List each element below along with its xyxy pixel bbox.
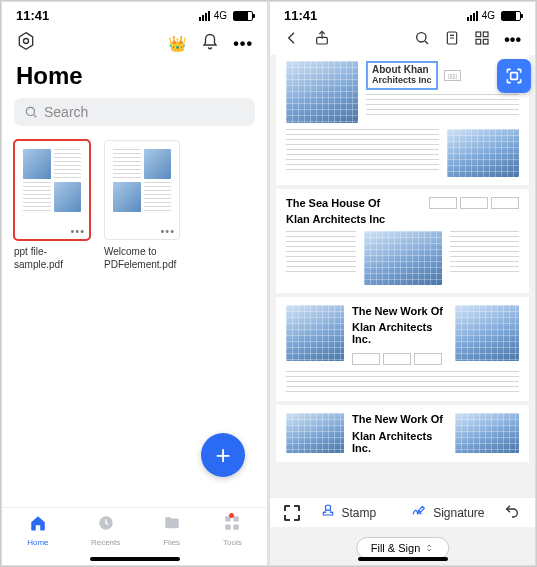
file-label: Welcome to PDFelement.pdf xyxy=(104,246,180,271)
svg-rect-17 xyxy=(511,73,518,80)
home-indicator xyxy=(90,557,180,561)
bottom-toolbar: Stamp Signature xyxy=(270,497,535,527)
pdf-page: The Sea House Of Klan Architects Inc xyxy=(276,189,529,293)
stamp-button[interactable]: Stamp xyxy=(320,503,376,522)
notification-dot xyxy=(229,513,234,518)
section-title: The New Work Of xyxy=(352,413,447,425)
file-item[interactable]: ••• Welcome to PDFelement.pdf xyxy=(104,140,180,271)
home-icon xyxy=(29,514,47,536)
section-title: Klan Architects Inc. xyxy=(352,430,447,454)
file-grid: ••• ppt file-sample.pdf ••• Welcome to P… xyxy=(2,126,267,285)
search-placeholder: Search xyxy=(44,104,88,120)
search-icon[interactable] xyxy=(414,30,430,50)
tab-label: Tools xyxy=(223,538,242,547)
back-icon[interactable] xyxy=(284,30,300,50)
more-icon[interactable]: ••• xyxy=(233,35,253,53)
home-indicator xyxy=(358,557,448,561)
crown-icon[interactable]: 👑 xyxy=(168,35,187,53)
svg-line-11 xyxy=(425,41,428,44)
pdf-page: About Khan Architects Inc ▯▯▯ xyxy=(276,55,529,185)
status-right: 4G xyxy=(199,10,253,21)
tab-home[interactable]: Home xyxy=(27,514,48,547)
folder-icon xyxy=(163,514,181,536)
signature-label: Signature xyxy=(433,506,484,520)
search-icon xyxy=(24,105,38,119)
pdf-page: The New Work Of Klan Architects Inc. xyxy=(276,297,529,401)
file-thumbnail[interactable]: ••• xyxy=(104,140,180,240)
signature-icon xyxy=(410,503,428,522)
svg-point-18 xyxy=(326,505,331,510)
svg-line-3 xyxy=(34,115,37,118)
tab-files[interactable]: Files xyxy=(163,514,181,547)
svg-point-1 xyxy=(24,39,29,44)
stamp-label: Stamp xyxy=(341,506,376,520)
status-time: 11:41 xyxy=(284,8,317,23)
about-title: About Khan xyxy=(372,64,429,75)
status-bar: 11:41 4G xyxy=(270,2,535,27)
phone-right: 11:41 4G ••• xyxy=(269,1,536,566)
svg-marker-0 xyxy=(19,33,32,50)
file-thumbnail[interactable]: ••• xyxy=(14,140,90,240)
file-menu-icon[interactable]: ••• xyxy=(70,225,85,237)
crop-icon[interactable] xyxy=(284,505,300,521)
section-title: Klan Architects Inc. xyxy=(352,321,447,345)
battery-icon xyxy=(501,11,521,21)
section-title: Klan Architects Inc xyxy=(286,213,421,225)
status-bar: 11:41 4G xyxy=(2,2,267,27)
tab-label: Recents xyxy=(91,538,120,547)
viewer-toolbar: ••• xyxy=(270,27,535,55)
fill-sign-button[interactable]: Fill & Sign xyxy=(356,537,450,559)
svg-rect-7 xyxy=(226,525,231,530)
more-icon[interactable]: ••• xyxy=(504,31,521,49)
signal-icon xyxy=(467,11,478,21)
undo-icon[interactable] xyxy=(503,503,521,523)
file-menu-icon[interactable]: ••• xyxy=(160,225,175,237)
tab-recents[interactable]: Recents xyxy=(91,514,120,547)
about-sub: Architects Inc xyxy=(372,75,432,85)
svg-point-10 xyxy=(417,33,426,42)
document-viewport[interactable]: About Khan Architects Inc ▯▯▯ The Sea Ho… xyxy=(270,55,535,565)
search-input[interactable]: Search xyxy=(14,98,255,126)
share-icon[interactable] xyxy=(314,29,330,51)
tab-label: Files xyxy=(163,538,180,547)
signature-button[interactable]: Signature xyxy=(410,503,484,522)
status-time: 11:41 xyxy=(16,8,49,23)
bookmark-icon[interactable] xyxy=(444,30,460,50)
scan-badge-icon[interactable] xyxy=(497,59,531,93)
svg-rect-8 xyxy=(234,525,239,530)
file-label: ppt file-sample.pdf xyxy=(14,246,90,271)
section-title: The Sea House Of xyxy=(286,197,421,209)
battery-icon xyxy=(233,11,253,21)
section-title: The New Work Of xyxy=(352,305,447,317)
svg-rect-13 xyxy=(476,32,481,37)
phone-left: 11:41 4G 👑 ••• Home Search xyxy=(1,1,268,566)
grid-icon[interactable] xyxy=(474,30,490,50)
status-network: 4G xyxy=(482,10,495,21)
stamp-icon xyxy=(320,503,336,522)
clock-icon xyxy=(97,514,115,536)
svg-rect-16 xyxy=(484,39,489,44)
tab-label: Home xyxy=(27,538,48,547)
status-network: 4G xyxy=(214,10,227,21)
settings-icon[interactable] xyxy=(16,31,36,56)
bell-icon[interactable] xyxy=(201,33,219,55)
page-title: Home xyxy=(2,58,267,98)
tab-tools[interactable]: Tools xyxy=(223,514,242,547)
svg-point-2 xyxy=(26,107,34,115)
sort-icon xyxy=(424,543,434,553)
fill-sign-label: Fill & Sign xyxy=(371,542,421,554)
topbar: 👑 ••• xyxy=(2,27,267,58)
status-right: 4G xyxy=(467,10,521,21)
signal-icon xyxy=(199,11,210,21)
svg-rect-15 xyxy=(476,39,481,44)
file-item[interactable]: ••• ppt file-sample.pdf xyxy=(14,140,90,271)
svg-rect-6 xyxy=(234,516,239,521)
svg-rect-14 xyxy=(484,32,489,37)
add-button[interactable]: + xyxy=(201,433,245,477)
pdf-page: The New Work Of Klan Architects Inc. xyxy=(276,405,529,461)
